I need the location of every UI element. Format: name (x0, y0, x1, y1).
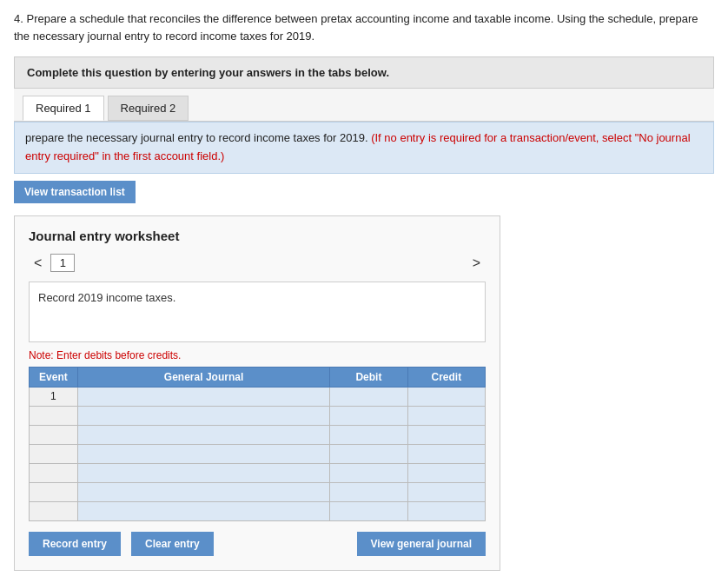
debit-cell[interactable] (330, 444, 407, 463)
col-header-general-journal: General Journal (77, 367, 329, 387)
question-text: 4. Prepare a schedule that reconciles th… (14, 10, 714, 44)
credit-cell[interactable] (407, 501, 485, 520)
event-cell (30, 501, 78, 520)
general-journal-cell[interactable] (77, 444, 329, 463)
general-journal-cell[interactable] (77, 406, 329, 425)
debit-cell[interactable] (330, 406, 407, 425)
prev-page-button[interactable]: < (29, 254, 47, 273)
col-header-credit: Credit (407, 367, 485, 387)
debit-cell[interactable] (330, 425, 407, 444)
credit-cell[interactable] (407, 387, 485, 406)
journal-worksheet-card: Journal entry worksheet < 1 > Record 201… (14, 215, 500, 571)
table-row (30, 406, 486, 425)
general-journal-cell[interactable] (77, 463, 329, 482)
debit-cell[interactable] (330, 463, 407, 482)
note-text: Note: Enter debits before credits. (29, 349, 486, 361)
record-entry-button[interactable]: Record entry (29, 532, 121, 556)
next-page-button[interactable]: > (467, 254, 486, 273)
debit-cell[interactable] (330, 387, 407, 406)
tabs-container: Required 1 Required 2 (14, 89, 714, 122)
event-cell: 1 (30, 387, 78, 406)
table-row (30, 444, 486, 463)
table-row (30, 482, 486, 501)
event-cell (30, 406, 78, 425)
debit-cell[interactable] (330, 482, 407, 501)
record-description: Record 2019 income taxes. (29, 282, 486, 342)
action-buttons: Record entry Clear entry View general jo… (29, 532, 486, 556)
complete-banner: Complete this question by entering your … (14, 56, 714, 89)
general-journal-cell[interactable] (77, 482, 329, 501)
col-header-debit: Debit (330, 367, 407, 387)
credit-cell[interactable] (407, 406, 485, 425)
journal-table: Event General Journal Debit Credit 1 (29, 367, 486, 521)
view-general-journal-button[interactable]: View general journal (357, 532, 486, 556)
general-journal-cell[interactable] (77, 387, 329, 406)
event-cell (30, 463, 78, 482)
table-row (30, 501, 486, 520)
table-row (30, 463, 486, 482)
general-journal-cell[interactable] (77, 501, 329, 520)
journal-title: Journal entry worksheet (29, 229, 486, 243)
event-cell (30, 482, 78, 501)
tab-required-2[interactable]: Required 2 (108, 96, 189, 121)
credit-cell[interactable] (407, 482, 485, 501)
credit-cell[interactable] (407, 463, 485, 482)
view-transaction-button[interactable]: View transaction list (14, 181, 136, 203)
col-header-event: Event (30, 367, 78, 387)
event-cell (30, 444, 78, 463)
general-journal-cell[interactable] (77, 425, 329, 444)
instruction-box: prepare the necessary journal entry to r… (14, 122, 714, 174)
nav-row: < 1 > (29, 254, 486, 273)
credit-cell[interactable] (407, 444, 485, 463)
debit-cell[interactable] (330, 501, 407, 520)
event-cell (30, 425, 78, 444)
tab-required-1[interactable]: Required 1 (23, 96, 104, 121)
clear-entry-button[interactable]: Clear entry (131, 532, 214, 556)
credit-cell[interactable] (407, 425, 485, 444)
table-row (30, 425, 486, 444)
table-row: 1 (30, 387, 486, 406)
page-number: 1 (50, 254, 75, 272)
